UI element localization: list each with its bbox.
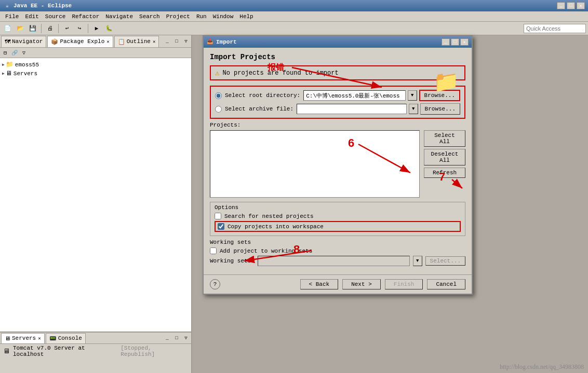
toolbar-open[interactable]: 📂 (15, 23, 26, 34)
menu-window[interactable]: Window (210, 11, 237, 21)
dialog-content: Import Projects 📁 ⚠ No projects are foun… (204, 48, 472, 274)
next-btn[interactable]: Next > (342, 279, 381, 289)
annotation-8: 8 (293, 243, 300, 256)
toolbar-save[interactable]: 💾 (27, 23, 38, 34)
right-area: 📥 Import _ □ ✕ Import Projects 📁 ⚠ No pr… (192, 35, 588, 373)
working-sets-field[interactable] (258, 256, 410, 266)
toolbar-new[interactable]: 📄 (2, 23, 14, 34)
tab-navigator[interactable]: 🗺 Navigator (1, 36, 46, 47)
bottom-tab-controls: _ □ ▽ (163, 334, 190, 342)
back-btn[interactable]: < Back (300, 279, 339, 289)
cancel-btn[interactable]: Cancel (427, 279, 465, 289)
checkbox-add-ws[interactable] (210, 247, 217, 254)
menu-bar: File Edit Source Refactor Navigate Searc… (0, 11, 588, 22)
tab-outline-close[interactable]: ✕ (153, 39, 155, 45)
projects-list[interactable] (210, 130, 420, 198)
toolbar-redo[interactable]: ↪ (74, 23, 85, 34)
checkbox-nested[interactable] (215, 213, 221, 219)
server-status: [Stopped, Republish] (121, 345, 188, 357)
archive-path-field[interactable] (297, 104, 407, 114)
radio-archive[interactable] (215, 106, 222, 113)
directory-path-field[interactable] (303, 90, 405, 101)
radio-directory-label: Select root directory: (225, 92, 300, 99)
menu-search[interactable]: Search (136, 11, 163, 21)
tab-package-close[interactable]: ✕ (106, 39, 109, 45)
expand-arrow-servers: ▶ (2, 71, 5, 76)
bottom-minimize-btn[interactable]: _ (163, 334, 171, 342)
checkbox-copy[interactable] (218, 223, 224, 230)
tab-outline-label: Outline (127, 38, 151, 45)
collapse-all-btn[interactable]: ⊟ (1, 49, 9, 57)
folder-large-icon: 📁 (433, 70, 459, 95)
radio-directory[interactable] (215, 92, 222, 99)
minimize-btn[interactable]: _ (557, 2, 565, 9)
view-menu-btn[interactable]: ▽ (182, 37, 190, 46)
link-editor-btn[interactable]: 🔗 (10, 49, 19, 57)
tree-area[interactable]: ▶ 📁 emoss55 ▶ 🖥 Servers (0, 58, 191, 331)
dialog-title: Import (216, 39, 237, 45)
finish-btn[interactable]: Finish (385, 279, 423, 289)
maximize-panel-btn[interactable]: □ (172, 37, 181, 46)
archive-input-area: ▼ Browse... (297, 103, 460, 115)
menu-help[interactable]: Help (236, 11, 256, 21)
dialog-maximize[interactable]: □ (451, 38, 459, 46)
left-tab-bar: 🗺 Navigator 📦 Package Explo ✕ 📋 Outline … (0, 35, 191, 48)
tab-console[interactable]: 📟 Console (46, 333, 86, 343)
quick-access-input[interactable] (524, 24, 586, 33)
package-icon: 📦 (51, 38, 58, 45)
radio-row-directory: Select root directory: ▼ Browse... (215, 90, 460, 101)
menu-refactor[interactable]: Refactor (69, 11, 102, 21)
menu-source[interactable]: Source (42, 11, 69, 21)
archive-dropdown-btn[interactable]: ▼ (409, 104, 418, 114)
tree-menu-btn[interactable]: ▽ (20, 49, 28, 57)
error-banner: ⚠ No projects are found to import (210, 65, 465, 80)
toolbar-sep1 (41, 24, 42, 33)
menu-navigate[interactable]: Navigate (102, 11, 136, 21)
working-sets-section: Working sets Add project to working sets… (210, 239, 465, 266)
toolbar: 📄 📂 💾 🖨 ↩ ↪ ▶ 🐛 (0, 22, 588, 35)
dialog-icon: 📥 (207, 38, 214, 46)
projects-buttons: Select All Deselect All Refresh (424, 130, 465, 198)
menu-edit[interactable]: Edit (22, 11, 42, 21)
select-ws-btn[interactable]: Select... (425, 256, 465, 266)
minimize-panel-btn[interactable]: _ (163, 37, 171, 46)
toolbar-run[interactable]: ▶ (91, 23, 102, 34)
tab-outline[interactable]: 📋 Outline ✕ (114, 36, 159, 47)
title-bar: ☕ Java EE - Eclipse _ □ ✕ (0, 0, 588, 11)
dialog-close[interactable]: ✕ (460, 38, 469, 46)
help-btn[interactable]: ? (210, 279, 220, 289)
server-item[interactable]: 🖥 Tomcat v7.0 Server at localhost [Stopp… (0, 344, 191, 358)
watermark: http://blog.csdn.net/qq_34983808 (500, 363, 584, 371)
tree-item-servers[interactable]: ▶ 🖥 Servers (2, 69, 189, 78)
bottom-maximize-btn[interactable]: □ (172, 334, 181, 342)
console-tab-icon: 📟 (49, 335, 57, 342)
toolbar-undo[interactable]: ↩ (61, 23, 73, 34)
bottom-menu-btn[interactable]: ▽ (182, 334, 190, 342)
toolbar-sep2 (58, 24, 59, 33)
dialog-header: Import Projects (210, 53, 434, 61)
select-all-btn[interactable]: Select All (424, 130, 465, 147)
menu-project[interactable]: Project (163, 11, 193, 21)
servers-tab-close[interactable]: ✕ (38, 336, 41, 341)
toolbar-print[interactable]: 🖨 (44, 23, 56, 34)
menu-file[interactable]: File (2, 11, 22, 21)
tab-servers[interactable]: 🖥 Servers ✕ (1, 333, 45, 343)
tree-toolbar: ⊟ 🔗 ▽ (0, 48, 191, 58)
archive-browse-btn[interactable]: Browse... (420, 103, 460, 115)
tree-label-emoss55: emoss55 (15, 62, 39, 68)
tree-item-emoss55[interactable]: ▶ 📁 emoss55 (2, 60, 189, 69)
server-icon: 🖥 (3, 348, 10, 355)
projects-label: Projects: (210, 122, 465, 128)
toolbar-debug[interactable]: 🐛 (103, 23, 115, 34)
deselect-all-btn[interactable]: Deselect All (424, 149, 465, 165)
dialog-minimize[interactable]: _ (442, 38, 450, 46)
maximize-btn[interactable]: □ (567, 2, 575, 9)
close-btn[interactable]: ✕ (577, 2, 585, 9)
directory-dropdown-btn[interactable]: ▼ (408, 90, 417, 101)
tab-package-explorer[interactable]: 📦 Package Explo ✕ (47, 36, 113, 47)
ws-dropdown-btn[interactable]: ▼ (413, 256, 422, 266)
menu-run[interactable]: Run (193, 11, 210, 21)
tab-navigator-label: Navigator (12, 38, 43, 45)
folder-icon: 📁 (6, 61, 14, 68)
radio-archive-label: Select archive file: (225, 106, 293, 112)
